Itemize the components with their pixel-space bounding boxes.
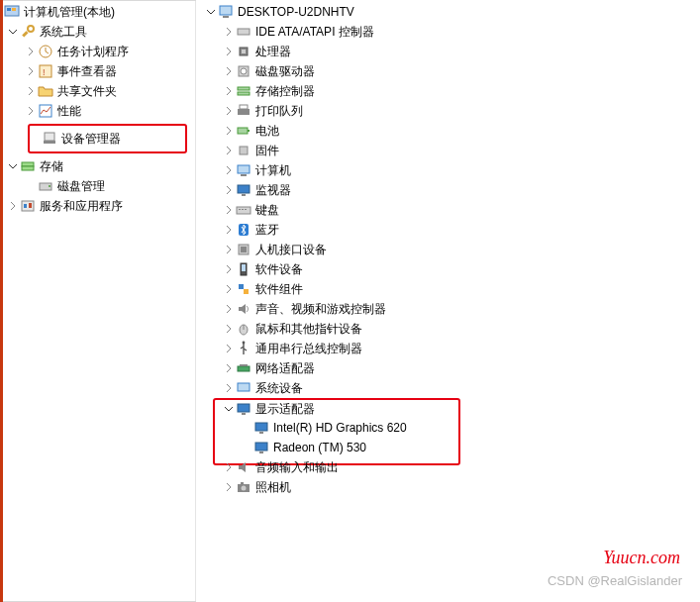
cat-sound-video[interactable]: 声音、视频和游戏控制器 — [196, 299, 700, 319]
pc-icon — [236, 162, 251, 178]
services-label: 服务和应用程序 — [40, 196, 123, 216]
svg-rect-12 — [22, 166, 34, 170]
left-edge-stripe — [0, 0, 3, 602]
device-tree-root[interactable]: DESKTOP-U2DNHTV — [196, 2, 700, 22]
disk-drives-label: 磁盘驱动器 — [255, 61, 315, 81]
bluetooth-label: 蓝牙 — [255, 220, 279, 240]
svg-rect-30 — [248, 130, 250, 132]
chevron-right-icon[interactable] — [222, 104, 236, 118]
chevron-right-icon[interactable] — [222, 64, 236, 78]
gpu-radeon[interactable]: Radeon (TM) 530 — [213, 438, 700, 457]
svg-point-3 — [28, 26, 34, 32]
cat-usb[interactable]: 通用串行总线控制器 — [196, 339, 700, 358]
chevron-right-icon[interactable] — [222, 460, 236, 474]
chevron-right-icon[interactable] — [24, 64, 38, 78]
svg-rect-51 — [240, 364, 248, 366]
chevron-right-icon[interactable] — [222, 203, 236, 217]
cat-mice[interactable]: 鼠标和其他指针设备 — [196, 319, 700, 339]
network-label: 网络适配器 — [255, 358, 315, 378]
processors-label: 处理器 — [255, 42, 291, 61]
chevron-right-icon[interactable] — [222, 45, 236, 58]
cat-bluetooth[interactable]: 蓝牙 — [196, 220, 700, 240]
cat-software-devices[interactable]: 软件设备 — [196, 259, 700, 279]
cat-software-components[interactable]: 软件组件 — [196, 279, 700, 299]
cat-display-adapters[interactable]: 显示适配器 — [213, 398, 700, 418]
display-adapter-icon — [253, 420, 269, 436]
storage-ctrl-label: 存储控制器 — [255, 81, 315, 101]
chevron-right-icon[interactable] — [222, 282, 236, 296]
chevron-right-icon[interactable] — [222, 84, 236, 98]
cat-batteries[interactable]: 电池 — [196, 121, 700, 141]
cat-system-devices[interactable]: 系统设备 — [196, 378, 700, 398]
left-system-tools[interactable]: 系统工具 — [0, 22, 195, 42]
svg-rect-27 — [238, 109, 250, 115]
chevron-right-icon[interactable] — [222, 183, 236, 197]
chevron-right-icon[interactable] — [24, 84, 38, 98]
system-tools-label: 系统工具 — [40, 22, 87, 42]
chevron-right-icon[interactable] — [222, 25, 236, 39]
disk-icon — [38, 178, 53, 194]
svg-point-14 — [49, 185, 50, 187]
svg-rect-10 — [44, 141, 55, 144]
ide-ata-label: IDE ATA/ATAPI 控制器 — [255, 22, 374, 42]
chevron-right-icon[interactable] — [222, 381, 236, 395]
chevron-right-icon[interactable] — [222, 342, 236, 355]
management-icon — [4, 4, 20, 20]
chevron-right-icon[interactable] — [222, 480, 236, 494]
left-device-manager[interactable]: 设备管理器 — [30, 129, 171, 149]
cat-firmware[interactable]: 固件 — [196, 141, 700, 160]
gpu-intel[interactable]: Intel(R) HD Graphics 620 — [213, 418, 700, 438]
chevron-right-icon[interactable] — [222, 262, 236, 276]
svg-rect-52 — [238, 383, 250, 391]
print-queues-label: 打印队列 — [255, 101, 303, 121]
monitor-icon — [236, 182, 251, 198]
system-device-icon — [236, 380, 251, 396]
sound-video-label: 声音、视频和游戏控制器 — [255, 299, 386, 319]
chevron-right-icon[interactable] — [222, 144, 236, 157]
software-components-label: 软件组件 — [255, 279, 303, 299]
left-disk-management[interactable]: 磁盘管理 — [0, 176, 195, 196]
left-services-apps[interactable]: 服务和应用程序 — [0, 196, 195, 216]
svg-rect-26 — [238, 92, 250, 95]
cat-keyboards[interactable]: 键盘 — [196, 200, 700, 220]
chevron-right-icon[interactable] — [222, 322, 236, 336]
cat-audio[interactable]: 音频输入和输出 — [196, 457, 700, 477]
chevron-down-icon[interactable] — [6, 159, 20, 173]
chevron-right-icon[interactable] — [24, 104, 38, 118]
chevron-right-icon[interactable] — [222, 124, 236, 138]
ide-icon — [236, 24, 251, 40]
chevron-right-icon[interactable] — [222, 302, 236, 316]
cat-monitors[interactable]: 监视器 — [196, 180, 700, 200]
left-event-viewer[interactable]: ! 事件查看器 — [0, 61, 195, 81]
chevron-down-icon[interactable] — [6, 25, 20, 39]
hdd-icon — [236, 63, 251, 79]
chevron-down-icon[interactable] — [222, 402, 236, 416]
cat-print-queues[interactable]: 打印队列 — [196, 101, 700, 121]
cat-cameras[interactable]: 照相机 — [196, 477, 700, 497]
monitors-label: 监视器 — [255, 180, 291, 200]
svg-rect-54 — [242, 413, 246, 415]
chevron-right-icon[interactable] — [222, 361, 236, 375]
left-shared-folders[interactable]: 共享文件夹 — [0, 81, 195, 101]
chevron-right-icon[interactable] — [222, 223, 236, 237]
left-task-scheduler[interactable]: 任务计划程序 — [0, 42, 195, 61]
cat-disk-drives[interactable]: 磁盘驱动器 — [196, 61, 700, 81]
left-root[interactable]: 计算机管理(本地) — [0, 2, 195, 22]
cat-hid[interactable]: 人机接口设备 — [196, 240, 700, 259]
chevron-right-icon[interactable] — [222, 243, 236, 256]
svg-point-24 — [241, 68, 247, 74]
svg-rect-16 — [24, 204, 27, 208]
chevron-right-icon[interactable] — [222, 163, 236, 177]
left-storage[interactable]: 存储 — [0, 156, 195, 176]
chevron-right-icon[interactable] — [6, 199, 20, 213]
performance-icon — [38, 103, 53, 119]
left-performance[interactable]: 性能 — [0, 101, 195, 121]
cat-ide-ata[interactable]: IDE ATA/ATAPI 控制器 — [196, 22, 700, 42]
cat-storage-ctrl[interactable]: 存储控制器 — [196, 81, 700, 101]
svg-rect-45 — [239, 284, 244, 289]
cat-computer[interactable]: 计算机 — [196, 160, 700, 180]
cat-processors[interactable]: 处理器 — [196, 42, 700, 61]
chevron-down-icon[interactable] — [204, 5, 218, 19]
chevron-right-icon[interactable] — [24, 45, 38, 58]
cat-network[interactable]: 网络适配器 — [196, 358, 700, 378]
